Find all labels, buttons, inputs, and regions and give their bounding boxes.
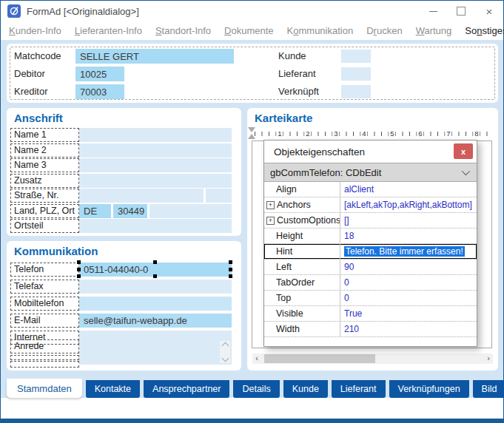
- property-row-taborder[interactable]: TabOrder 0: [264, 275, 477, 291]
- dialog-title: Objekteigenschaften: [274, 146, 365, 158]
- email-field[interactable]: selle@taifun-webapp.de: [79, 314, 232, 328]
- land-plz-ort-label: Land, PLZ, Ort: [10, 204, 79, 218]
- property-row-visible[interactable]: Visible True: [264, 306, 477, 322]
- property-row-width[interactable]: Width 210: [264, 322, 477, 337]
- tab-details[interactable]: Details: [233, 380, 279, 398]
- selection-handle[interactable]: [77, 268, 81, 271]
- email-label: E-Mail: [10, 314, 79, 328]
- minimize-button[interactable]: [419, 1, 447, 21]
- lieferant-field[interactable]: [341, 67, 371, 81]
- tab-kontakte[interactable]: Kontakte: [86, 380, 140, 398]
- property-row-left[interactable]: Left 90: [264, 260, 477, 275]
- menu-item-drucken[interactable]: Drucken: [360, 25, 409, 36]
- plz-field[interactable]: 30449: [113, 204, 147, 218]
- object-selector-combobox[interactable]: gbCommTelefon: CDbEdit: [264, 163, 477, 182]
- window-title: FormAd [<Originaldialog>]: [27, 6, 139, 17]
- scroll-right-icon[interactable]: ›: [484, 353, 493, 364]
- mobiltelefon-label: Mobiltelefon: [10, 297, 79, 311]
- property-row-anchors[interactable]: +Anchors [akLeft,akTop,akRight,akBottom]: [264, 197, 477, 213]
- dialog-close-icon: x: [461, 147, 466, 156]
- matchcode-label: Matchcode: [14, 49, 61, 64]
- verknuepft-field[interactable]: [341, 85, 371, 98]
- menu-item-wartung[interactable]: Wartung: [409, 25, 459, 36]
- property-row-top[interactable]: Top 0: [264, 291, 477, 306]
- selection-handle[interactable]: [153, 260, 157, 264]
- menu-item-sonstiges[interactable]: Sonstiges: [458, 25, 504, 36]
- menu-item-dokumente[interactable]: Dokumente: [218, 25, 280, 36]
- tab-verknuepfungen[interactable]: Verknüpfungen: [389, 380, 469, 398]
- tab-lieferant[interactable]: Lieferant: [332, 380, 386, 398]
- ruler-number: 6: [417, 128, 423, 139]
- name1-field[interactable]: [79, 128, 232, 142]
- menu-item-kunden-info[interactable]: Kunden-Info: [2, 25, 68, 36]
- name1-label: Name 1: [10, 128, 79, 142]
- scrollbar-thumb[interactable]: [264, 354, 375, 363]
- anrede-scrollbar[interactable]: [220, 341, 230, 363]
- zusatz-label: Zusatz: [10, 174, 79, 188]
- window-bottom-border: [1, 419, 503, 422]
- strasse-label: Straße, Nr.: [10, 189, 79, 203]
- menu-item-lieferanten-info[interactable]: Lieferanten-Info: [68, 25, 149, 36]
- menu-item-standort-info[interactable]: Standort-Info: [149, 25, 218, 36]
- menu-item-kommunikation[interactable]: Kommunikation: [280, 25, 360, 36]
- verknuepft-label: Verknüpft: [278, 84, 319, 99]
- selection-handle[interactable]: [77, 260, 81, 264]
- property-row-hint[interactable]: Hint Telefon. Bitte immer erfassen!: [264, 244, 477, 260]
- telefax-label: Telefax: [10, 280, 79, 294]
- kreditor-field[interactable]: 70003: [75, 84, 124, 99]
- dialog-close-button[interactable]: x: [454, 143, 473, 159]
- expand-icon[interactable]: +: [266, 217, 275, 225]
- scroll-left-icon[interactable]: ‹: [252, 353, 261, 364]
- kommunikation-title: Kommunikation: [14, 245, 98, 257]
- kunde-label: Kunde: [278, 49, 306, 64]
- telefax-field[interactable]: [79, 280, 232, 294]
- ruler-number: 5: [389, 128, 395, 139]
- debitor-field[interactable]: 10025: [75, 67, 124, 81]
- ruler-number: 7: [445, 128, 451, 139]
- selection-handle[interactable]: [229, 260, 232, 264]
- hausnummer-field[interactable]: [206, 189, 232, 203]
- name2-label: Name 2: [10, 143, 79, 158]
- maximize-button[interactable]: [447, 1, 475, 21]
- matchcode-field[interactable]: SELLE GERT: [75, 49, 234, 64]
- minimize-icon: [429, 11, 437, 12]
- selection-handle[interactable]: [229, 274, 232, 278]
- tab-stammdaten[interactable]: Stammdaten: [7, 379, 82, 398]
- zusatz-field[interactable]: [79, 174, 232, 188]
- anschrift-title: Anschrift: [14, 112, 63, 124]
- ortsteil-field[interactable]: [79, 219, 232, 233]
- selection-handle[interactable]: [77, 274, 81, 278]
- anrede-field[interactable]: [79, 339, 232, 365]
- empty-designer-label: [10, 361, 79, 368]
- name2-field[interactable]: [79, 143, 232, 158]
- empty-designer-label: [10, 355, 79, 360]
- kreditor-label: Kreditor: [14, 84, 48, 99]
- ort-field[interactable]: [149, 204, 232, 218]
- menu-bar: Kunden-Info Lieferanten-Info Standort-In…: [1, 21, 503, 40]
- selection-handle[interactable]: [229, 268, 232, 271]
- property-row-customoptions[interactable]: +CustomOptions []: [264, 213, 477, 229]
- selection-handle[interactable]: [153, 274, 157, 278]
- mobiltelefon-field[interactable]: [79, 297, 232, 311]
- tab-ansprechpartner[interactable]: Ansprechpartner: [144, 380, 229, 398]
- strasse-field[interactable]: [79, 189, 204, 203]
- horizontal-scrollbar[interactable]: ‹ ›: [252, 353, 493, 364]
- property-row-align[interactable]: Align alClient: [264, 182, 477, 197]
- scroll-up-icon: [221, 342, 229, 350]
- property-row-height[interactable]: Height 18: [264, 229, 477, 244]
- telefon-label: Telefon: [10, 263, 79, 277]
- tab-bild[interactable]: Bild: [473, 380, 504, 398]
- land-field[interactable]: DE: [79, 204, 111, 218]
- selected-object: gbCommTelefon: CDbEdit: [270, 167, 381, 178]
- kunde-field[interactable]: [341, 50, 371, 63]
- ruler: 1 2 3 4 5 6 7 8: [255, 128, 491, 139]
- header-panel: Matchcode SELLE GERT Debitor 10025 Kredi…: [7, 44, 498, 103]
- scroll-down-icon: [221, 355, 229, 362]
- name3-field[interactable]: [79, 158, 232, 172]
- tab-kunde[interactable]: Kunde: [283, 380, 328, 398]
- close-button[interactable]: ×: [475, 1, 503, 21]
- expand-icon[interactable]: +: [266, 201, 275, 209]
- karteikarte-title: Karteikarte: [255, 112, 312, 124]
- object-inspector-dialog: Objekteigenschaften x gbCommTelefon: CDb…: [263, 140, 477, 347]
- debitor-label: Debitor: [14, 67, 45, 81]
